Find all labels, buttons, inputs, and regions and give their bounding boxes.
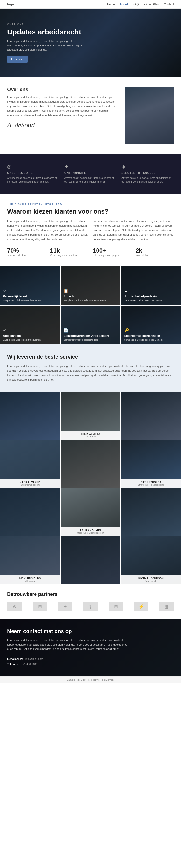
- stat-1: 70% Tevreden klanten: [7, 247, 45, 257]
- stat-num-1: 70%: [7, 247, 45, 254]
- best-service-section: Wij leveren de beste service Lorem ipsum…: [0, 344, 181, 392]
- service-title-5: Belastingverdragen Arbeidsrecht: [63, 334, 117, 338]
- service-icon-6: 🔑: [124, 328, 178, 333]
- stat-2: 11k Verwijzingen van klanten: [50, 247, 88, 257]
- philosophy-icon-2: ✦: [64, 164, 117, 169]
- service-card-3[interactable]: 🏛 Juridische hulpverlening Sample text: …: [121, 266, 181, 305]
- team-role-jack: Ondernemingsrecht: [2, 484, 58, 486]
- service-card-4[interactable]: ✓ Arbeidsrecht Sample text: Click to sel…: [0, 306, 60, 344]
- stats-row: 70% Tevreden klanten 11k Verwijzingen va…: [7, 247, 174, 257]
- philosophy-section: ◎ ONZE FILOSOFIE At vero eos et accusam …: [0, 154, 181, 193]
- nav-about[interactable]: About: [120, 3, 128, 6]
- stat-num-3: 100+: [93, 247, 131, 254]
- team-img-left-3: [0, 488, 60, 536]
- about-title: Over ons: [7, 87, 118, 92]
- team-cell-laura: LAURA NGUYEN Intellectueel Eigendomsrech…: [60, 488, 121, 536]
- stat-label-2: Verwijzingen van klanten: [50, 254, 88, 257]
- team-role-michael: Arbeidsrecht: [123, 580, 179, 582]
- nav-contact[interactable]: Contact: [164, 3, 174, 6]
- service-title-4: Arbeidsrecht: [3, 334, 57, 338]
- bottom-sample-text: Sample text: Click to select the Text El…: [67, 679, 114, 681]
- partner-logo-2: ⊞: [32, 602, 47, 611]
- team-info-laura: LAURA NGUYEN Intellectueel Eigendomsrech…: [60, 527, 121, 536]
- service-text-3: Sample text: Click to select the Element: [124, 299, 178, 302]
- partner-logo-icon-6: ⚡: [138, 604, 144, 609]
- partner-logo-3: ✦: [58, 602, 72, 611]
- partner-logo-6: ⚡: [134, 602, 149, 611]
- service-icon-1: ⚖: [3, 289, 57, 293]
- signature: A. deSoud: [7, 121, 118, 129]
- stat-label-1: Tevreden klanten: [7, 254, 45, 257]
- team-name-jack: JACK ALVAREZ: [2, 481, 58, 484]
- service-card-overlay-5: 📄 Belastingverdragen Arbeidsrecht Sample…: [60, 306, 120, 344]
- stat-label-3: Erkenningen voor prijzen: [93, 254, 131, 257]
- partner-logo-icon-4: ◎: [88, 604, 93, 609]
- service-title-3: Juridische hulpverlening: [124, 294, 178, 298]
- team-cell-jack: JACK ALVAREZ Ondernemingsrecht: [0, 440, 60, 488]
- stat-num-2: 11k: [50, 247, 88, 254]
- team-row-4: NICK REYNOLDS Milieurecht MICHAEL JOHNSO…: [0, 536, 181, 584]
- service-icon-5: 📄: [63, 328, 117, 333]
- service-card-2[interactable]: 📋 Erfrecht Sample text: Click to select …: [60, 266, 120, 305]
- partners-title: Betrouwbare partners: [7, 591, 174, 597]
- nav-logo: logo: [7, 2, 14, 6]
- philosophy-item-3: ◈ SLEUTEL TOT SUCCES At vero eos et accu…: [121, 164, 174, 184]
- partner-logo-4: ◎: [83, 602, 98, 611]
- email-row: E-mailadres: info@bkdf.com: [7, 656, 174, 661]
- partner-logo-icon-5: ⊟: [114, 604, 118, 609]
- partner-logo-icon-7: ▦: [164, 604, 169, 609]
- hero-body: Lorem ipsum dolor sit amet, consectetur …: [7, 39, 84, 52]
- partners-section: Betrouwbare partners ⊙ ⊞ ✦ ◎ ⊟ ⚡ ▦: [0, 584, 181, 619]
- team-name-laura: LAURA NGUYEN: [62, 529, 119, 532]
- about-text: Over ons Lorem ipsum dolor sit amet, con…: [7, 87, 118, 129]
- service-card-5[interactable]: 📄 Belastingverdragen Arbeidsrecht Sample…: [60, 306, 120, 344]
- partner-logo-1: ⊙: [7, 602, 22, 611]
- partner-logo-icon-3: ✦: [63, 604, 67, 609]
- service-card-1[interactable]: ⚖ Persoonlijk letsel Sample text: Click …: [0, 266, 60, 305]
- philosophy-item-1: ◎ ONZE FILOSOFIE At vero eos et accusam …: [7, 164, 60, 184]
- team-row-3: LAURA NGUYEN Intellectueel Eigendomsrech…: [0, 488, 181, 536]
- contact-section: Neem contact met ons op Lorem ipsum dolo…: [0, 619, 181, 676]
- about-section: Over ons Lorem ipsum dolor sit amet, con…: [0, 77, 181, 154]
- team-role-nat: Strafrechtelijke verdediging: [123, 484, 179, 486]
- service-text-6: Sample text: Click to select the Element: [124, 338, 178, 342]
- team-row-1: CELIA ALMEDA Familierecht: [0, 392, 181, 440]
- stat-num-4: 2k: [136, 247, 174, 254]
- nav-links: Home About FAQ Pricing Plan Contact: [107, 3, 174, 6]
- phone-row: Telefoon: +21.456.7890: [7, 661, 174, 667]
- nav-home[interactable]: Home: [107, 3, 115, 6]
- team-role-laura: Intellectueel Eigendomsrecht: [62, 532, 119, 534]
- philosophy-title-1: ONZE FILOSOFIE: [7, 172, 60, 174]
- contact-title: Neem contact met ons op: [7, 628, 174, 634]
- team-info-celia: CELIA ALMEDA Familierecht: [60, 431, 121, 440]
- nav-faq[interactable]: FAQ: [133, 3, 139, 6]
- why-columns: Lorem ipsum dolor sit amet, consectetur …: [7, 219, 174, 242]
- service-card-6[interactable]: 🔑 Eigendomsbeschikkingen Sample text: Cl…: [121, 306, 181, 344]
- team-role-nick: Milieurecht: [2, 580, 58, 582]
- nav-pricing[interactable]: Pricing Plan: [144, 3, 159, 6]
- service-title-6: Eigendomsbeschikkingen: [124, 334, 178, 338]
- team-cell-nick: NICK REYNOLDS Milieurecht: [0, 536, 60, 584]
- team-cell-michael: MICHAEL JOHNSON Arbeidsrecht: [121, 536, 181, 584]
- partner-logo-5: ⊟: [109, 602, 123, 611]
- partner-logo-icon-2: ⊞: [38, 604, 42, 609]
- hero-over-label: OVER ONS: [7, 23, 174, 26]
- philosophy-text-2: At vero eos et accusam et justo duo dolo…: [64, 176, 117, 184]
- hero-button[interactable]: Lees meer: [7, 56, 27, 63]
- partner-logo-7: ▦: [159, 602, 174, 611]
- team-name-michael: MICHAEL JOHNSON: [123, 577, 179, 580]
- partner-logos: ⊙ ⊞ ✦ ◎ ⊟ ⚡ ▦: [7, 602, 174, 611]
- bottom-sample-bar: Sample text: Click to select the Text El…: [0, 676, 181, 683]
- philosophy-icon-3: ◈: [121, 164, 174, 169]
- service-card-overlay-1: ⚖ Persoonlijk letsel Sample text: Click …: [0, 266, 60, 305]
- team-name-nick: NICK REYNOLDS: [2, 577, 58, 580]
- team-row-2: JACK ALVAREZ Ondernemingsrecht NAT REYNO…: [0, 440, 181, 488]
- best-service-body: Lorem ipsum dolor sit amet, consectetur …: [7, 364, 174, 382]
- philosophy-text-3: At vero eos et accusam et justo duo dolo…: [121, 176, 174, 184]
- partner-logo-icon-1: ⊙: [13, 604, 17, 609]
- service-card-overlay-2: 📋 Erfrecht Sample text: Click to select …: [60, 266, 120, 305]
- team-img-center-4: [60, 536, 121, 584]
- service-title-1: Persoonlijk letsel: [3, 294, 57, 298]
- team-name-celia: CELIA ALMEDA: [62, 433, 119, 435]
- team-img-left-1: [0, 392, 60, 440]
